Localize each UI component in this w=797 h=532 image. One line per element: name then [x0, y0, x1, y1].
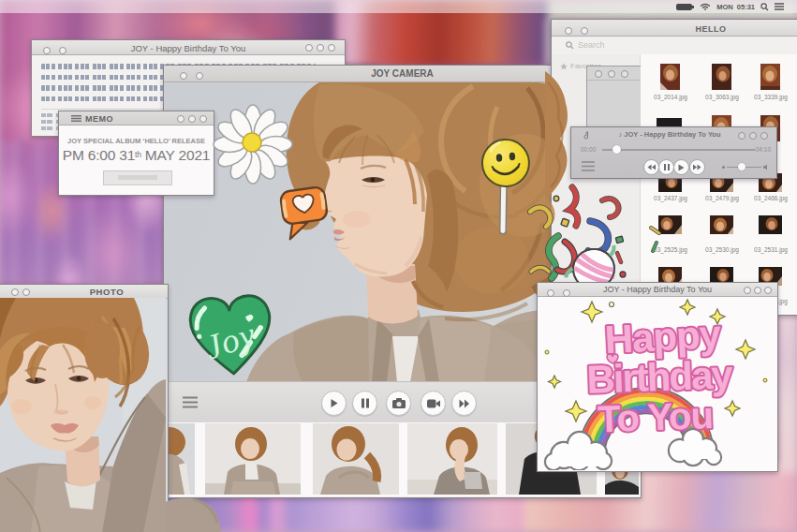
svg-text:To You: To You — [597, 394, 713, 439]
